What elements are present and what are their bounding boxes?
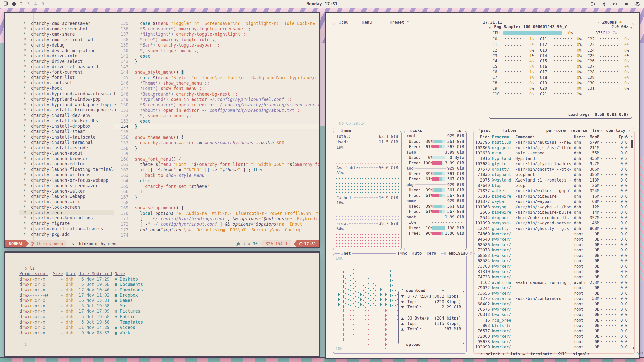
file-list-item[interactable]: * omarchy-launch-walker bbox=[19, 189, 114, 194]
process-row[interactable]: 68586kworker/root0B0.0 bbox=[474, 242, 634, 247]
file-list-item[interactable]: * omarchy-font-set bbox=[19, 80, 114, 86]
footer-button-terminate[interactable]: terminate bbox=[530, 352, 552, 356]
process-row[interactable]: 71835elephantelephantdhh385M0.0 bbox=[474, 172, 634, 177]
process-row[interactable]: 74869kworker/root0B0.0 bbox=[474, 231, 634, 237]
workspace-5[interactable]: 5 bbox=[42, 1, 44, 6]
file-list-item[interactable]: * omarchy-drive-set-password bbox=[19, 64, 114, 70]
process-row[interactable]: 73703kworker/root0B0.0 bbox=[474, 264, 634, 269]
file-list-item[interactable]: * omarchy-launch-wifi bbox=[19, 199, 114, 205]
process-row[interactable]: 803btrfs-trroot0B0.0 bbox=[474, 323, 634, 328]
process-row[interactable]: 68583kworker/root0B0.0 bbox=[474, 253, 634, 258]
process-row[interactable]: 102796nautilus/usr/bin/nautilus --newdhh… bbox=[474, 140, 634, 145]
file-list-item[interactable]: * omarchy-launch-editor bbox=[19, 161, 114, 167]
file-list-item[interactable]: * omarchy-hyprland-window-close-all bbox=[19, 91, 114, 97]
process-row[interactable]: 95673kworker/root0B0.0 bbox=[474, 339, 634, 344]
footer-button---select--[interactable]: ↑ select ↓ bbox=[481, 352, 505, 356]
file-list-item[interactable]: * omarchy-lock-screen bbox=[19, 205, 114, 210]
update-interval[interactable]: - 2000ms + bbox=[597, 20, 622, 25]
file-list-item[interactable]: * omarchy-install-docker-dbs bbox=[19, 118, 114, 124]
file-list-item[interactable]: * omarchy-notification-dismiss bbox=[19, 226, 114, 232]
process-row[interactable]: 16rcu_preeroot0B0.0 bbox=[474, 318, 634, 323]
process-row[interactable]: 1162avahi-daavahi-daemon: running [avahi… bbox=[474, 280, 634, 285]
workspace-3[interactable]: 3 bbox=[27, 1, 30, 6]
process-row[interactable]: 12244ghostty/usr/bin/ghostty --gtk-dhh86… bbox=[474, 226, 634, 231]
file-list-item[interactable]: * omarchy-launch-webapp bbox=[19, 194, 114, 199]
footer-button-signals[interactable]: signals bbox=[573, 352, 590, 356]
file-list-item[interactable]: * omarchy-menu-keybindings bbox=[19, 215, 114, 221]
file-list-item[interactable]: * omarchy-install-terminal bbox=[19, 140, 114, 145]
footer-button-kill[interactable]: Kill bbox=[557, 352, 567, 356]
file-list-item[interactable]: * omarchy-font-current bbox=[19, 70, 114, 75]
volume-icon[interactable] bbox=[624, 2, 629, 6]
file-list-item[interactable]: * omarchy-migrate bbox=[19, 221, 114, 227]
process-row[interactable]: 101368swaybg/usr/bin/swaybg -i /homdhh12… bbox=[474, 204, 634, 210]
file-list-item[interactable]: * omarchy-hook bbox=[19, 86, 114, 91]
file-list-item[interactable]: * omarchy-cmd-terminal-cwd bbox=[19, 37, 114, 43]
file-list-item[interactable]: * omarchy-install-steam bbox=[19, 129, 114, 134]
workspace-1-active[interactable] bbox=[12, 2, 16, 6]
screen-share-icon[interactable] bbox=[590, 2, 596, 6]
process-row[interactable]: 81310kworker/root0B0.0 bbox=[474, 269, 634, 274]
tab-menu[interactable]: menu bbox=[361, 20, 373, 25]
file-list-item[interactable]: * omarchy-drive-info bbox=[19, 53, 114, 59]
process-row[interactable]: 102099kworker/root0B0.0 bbox=[474, 344, 634, 350]
file-list-item[interactable]: * omarchy-launch-or-focus bbox=[19, 172, 114, 178]
process-row[interactable]: 72088kworker/root0B0.0 bbox=[474, 334, 634, 339]
process-row[interactable]: 63816pipewire/usr/bin/pipewiredhh16M0.0 bbox=[474, 194, 634, 199]
cpu-chip-icon[interactable] bbox=[635, 2, 640, 6]
network-broadcast-icon[interactable] bbox=[612, 2, 618, 6]
process-row[interactable]: 76575kworker/root0B0.0 bbox=[474, 307, 634, 312]
process-row[interactable]: 76313kworker/root0B0.0 bbox=[474, 312, 634, 317]
code-pane[interactable]: 135 case $(menu "Toggle" "▢ Screensaver\… bbox=[114, 13, 319, 240]
process-row[interactable]: 101399swayosd-/usr/bin/swayosd-serverdhh… bbox=[474, 220, 634, 226]
process-row[interactable]: 68402kworker/root0B0.0 bbox=[474, 301, 634, 307]
file-list-item[interactable]: * omarchy-launch-floating-terminal- bbox=[19, 167, 114, 172]
file-list-item[interactable]: * omarchy-drive-select bbox=[19, 59, 114, 64]
file-list-item[interactable]: * omarchy-cmd-share bbox=[19, 32, 114, 37]
file-list-item[interactable]: * omarchy-menu bbox=[19, 210, 114, 216]
proc-scrollbar-thumb[interactable] bbox=[631, 140, 633, 148]
workspace-2[interactable]: 2 bbox=[20, 1, 23, 6]
file-list-item[interactable]: * omarchy-hyprland-window-pop bbox=[19, 97, 114, 102]
process-row[interactable]: 2075XwaylandXwayland :1 -rootless -dhh11… bbox=[474, 177, 634, 183]
process-row[interactable]: 103684glycin-i/usr/lib/glycin-loadersdhh… bbox=[474, 161, 634, 166]
bluetooth-icon[interactable] bbox=[602, 2, 606, 6]
process-row[interactable]: 79032kworker/root0B0.0 bbox=[474, 285, 634, 290]
file-list-item[interactable]: * omarchy-font-list bbox=[19, 75, 114, 80]
process-row[interactable]: 87649btopbtopdhh26M0.0 bbox=[474, 183, 634, 188]
process-row[interactable]: 72073kworker/root0B0.0 bbox=[474, 247, 634, 253]
process-row[interactable]: 94540kworker/root0B0.0 bbox=[474, 237, 634, 242]
process-row[interactable]: 101377waybar/usr/bin/waybardhh68M0.0 bbox=[474, 199, 634, 204]
file-list-item[interactable]: * omarchy-launch-about bbox=[19, 151, 114, 156]
process-row[interactable]: 1275containe/usr/bin/containerdroot53M0.… bbox=[474, 296, 634, 301]
scroll-down-arrow[interactable]: ↓ bbox=[632, 345, 635, 350]
file-list-item[interactable]: * omarchy-launch-screensaver bbox=[19, 183, 114, 189]
terminal-cursor[interactable] bbox=[30, 341, 33, 346]
process-row[interactable]: 87573ghostty/usr/bin/ghostty --gtk-dhh36… bbox=[474, 167, 634, 172]
file-list-item[interactable]: * omarchy-cmd-screenshot bbox=[19, 26, 114, 32]
file-list-item[interactable]: * omarchy-install-dropbox bbox=[19, 124, 114, 129]
file-list-item[interactable]: * omarchy-launch-browser bbox=[19, 156, 114, 162]
process-row[interactable]: 73656kworker/root0B0.0 bbox=[474, 291, 634, 296]
git-branch-chip[interactable]: themes-menu bbox=[28, 240, 68, 247]
process-row[interactable]: 1916HyprlandHyprlanddhh455M0.2 bbox=[474, 156, 634, 161]
process-row[interactable]: 71837walker/usr/bin/walker --gappldhh324… bbox=[474, 188, 634, 193]
layout-icon[interactable] bbox=[4, 1, 8, 7]
process-row[interactable]: 74733kworker/root0B0.0 bbox=[474, 274, 634, 280]
file-list-item[interactable]: * omarchy-dev-add-migration bbox=[19, 48, 114, 54]
footer-button-info--[interactable]: info ↵ bbox=[510, 352, 525, 356]
process-row[interactable]: 76577kworker/root0B0.0 bbox=[474, 328, 634, 334]
file-list-item[interactable]: * omarchy-launch-or-focus-webapp bbox=[19, 178, 114, 183]
file-list-item[interactable]: * omarchy-cmd-screensaver bbox=[19, 21, 114, 26]
process-row[interactable]: 2544dropbox/home/dhh/.dropbox-distdhh357… bbox=[474, 215, 634, 220]
tab-cpu[interactable]: 1cpu bbox=[338, 20, 350, 25]
terminal-window[interactable]: ~ ❯ lsPermissions Size User Date Modifie… bbox=[4, 251, 320, 357]
process-row[interactable]: 102638nvimnvim --embed .dhh55M0.0 bbox=[474, 150, 634, 156]
file-list-item[interactable]: * omarchy-pkg-add bbox=[19, 232, 114, 237]
tab-preset[interactable]: preset * bbox=[389, 20, 410, 25]
workspace-4[interactable]: 4 bbox=[34, 1, 37, 6]
file-list-pane[interactable]: * omarchy-cmd-screensaver* omarchy-cmd-s… bbox=[5, 13, 114, 240]
process-row[interactable]: 68584kworker/root0B0.0 bbox=[474, 258, 634, 263]
file-list-item[interactable]: * omarchy-install-dev-env bbox=[19, 113, 114, 118]
file-list-item[interactable]: * omarchy-debug bbox=[19, 42, 114, 48]
